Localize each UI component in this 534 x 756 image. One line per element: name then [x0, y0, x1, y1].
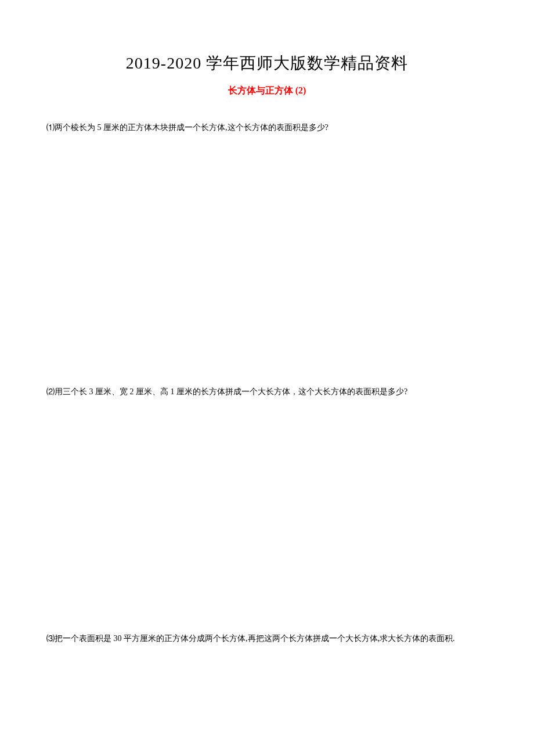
question-3: ⑶把一个表面积是 30 平方厘米的正方体分成两个长方体,再把这两个长方体拼成一个… — [46, 631, 488, 646]
document-page: 2019-2020 学年西师大版数学精品资料 长方体与正方体 (2) ⑴两个棱长… — [0, 0, 534, 693]
main-title: 2019-2020 学年西师大版数学精品资料 — [46, 52, 488, 74]
sub-title: 长方体与正方体 (2) — [46, 85, 488, 97]
question-2: ⑵用三个长 3 厘米、宽 2 厘米、高 1 厘米的长方体拼成一个大长方体，这个大… — [46, 384, 488, 399]
question-1: ⑴两个棱长为 5 厘米的正方体木块拼成一个长方体,这个长方体的表面积是多少? — [46, 120, 488, 135]
